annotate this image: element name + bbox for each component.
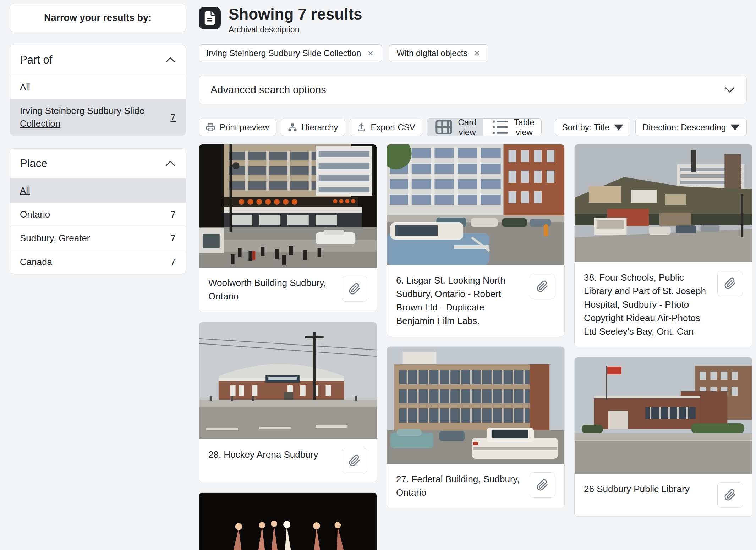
result-thumbnail[interactable]	[387, 144, 564, 265]
direction-dropdown[interactable]: Direction: Descending	[635, 119, 747, 136]
result-card-hockey-arena: 28. Hockey Arena Sudbury	[199, 322, 377, 482]
facet-count: 7	[171, 255, 176, 268]
result-title[interactable]: 38. Four Schools, Public Library and Par…	[584, 271, 711, 338]
photo-four-schools-hillside	[575, 144, 752, 262]
photo-lisgar-street	[387, 144, 564, 265]
print-preview-button[interactable]: Print preview	[199, 119, 276, 136]
card-caption: 27. Federal Building, Sudbury, Ontario	[387, 464, 564, 508]
paperclip-icon	[536, 479, 548, 491]
result-title[interactable]: 26 Sudbury Public Library	[584, 482, 711, 496]
facet-place: Place All Ontario 7 Sudbury, Greater 7 C…	[10, 148, 186, 274]
page-subtitle: Archival description	[229, 25, 362, 34]
grid-column: Woolworth Building Sudbury, Ontario	[199, 144, 377, 550]
export-csv-button[interactable]: Export CSV	[350, 119, 422, 136]
sort-controls: Sort by: Title Direction: Descending	[555, 119, 747, 136]
facet-part-of-header[interactable]: Part of	[10, 45, 186, 75]
sort-by-dropdown[interactable]: Sort by: Title	[555, 119, 630, 136]
result-thumbnail[interactable]	[575, 144, 752, 262]
result-card-lisgar: 6. Lisgar St. Looking North Sudbury, Ont…	[387, 144, 565, 336]
filter-tag-collection: Irving Steinberg Sudbury Slide Collectio…	[199, 44, 382, 62]
card-caption: 6. Lisgar St. Looking North Sudbury, Ont…	[387, 265, 564, 336]
result-card-public-library: 26 Sudbury Public Library	[574, 357, 752, 517]
photo-federal-building	[387, 347, 564, 464]
caret-down-icon	[730, 123, 740, 132]
card-caption: Woolworth Building Sudbury, Ontario	[199, 268, 377, 312]
chevron-up-icon	[165, 57, 176, 63]
hierarchy-button[interactable]: Hierarchy	[281, 119, 345, 136]
facet-count: 7	[171, 232, 176, 244]
attachment-button[interactable]	[342, 448, 367, 473]
grid-icon	[434, 118, 454, 136]
narrow-results-heading: Narrow your results by:	[10, 4, 186, 32]
grid-column: 6. Lisgar St. Looking North Sudbury, Ont…	[387, 144, 565, 508]
x-icon[interactable]	[367, 49, 374, 57]
card-view-button[interactable]: Card view	[427, 119, 483, 136]
x-icon[interactable]	[473, 49, 481, 57]
facet-place-header[interactable]: Place	[10, 149, 186, 178]
file-lines-icon	[199, 7, 221, 29]
result-title[interactable]: 28. Hockey Arena Sudbury	[208, 448, 335, 461]
paperclip-icon	[724, 489, 736, 501]
caret-down-icon	[614, 123, 623, 132]
result-thumbnail[interactable]	[575, 357, 752, 474]
card-caption: 26 Sudbury Public Library	[575, 474, 752, 516]
attachment-button[interactable]	[530, 472, 555, 498]
facet-place-canada[interactable]: Canada 7	[10, 250, 186, 274]
table-view-button[interactable]: Table view	[483, 119, 541, 136]
results-toolbar: Print preview Hierarchy Export CSV Card …	[199, 118, 747, 136]
paperclip-icon	[349, 283, 361, 295]
facet-place-sudbury-greater[interactable]: Sudbury, Greater 7	[10, 226, 186, 250]
filter-tag-label: With digital objects	[396, 48, 467, 58]
view-switcher: Card view Table view	[427, 118, 542, 136]
filter-tag-digital-objects: With digital objects	[389, 44, 488, 62]
card-caption: 28. Hockey Arena Sudbury	[199, 439, 377, 482]
chevron-down-icon	[724, 87, 735, 93]
attachment-button[interactable]	[530, 274, 555, 299]
photo-night-slag-pour	[199, 493, 377, 550]
card-caption: 38. Four Schools, Public Library and Par…	[575, 262, 752, 347]
result-title[interactable]: 6. Lisgar St. Looking North Sudbury, Ont…	[396, 274, 523, 328]
photo-sudbury-public-library	[575, 357, 752, 474]
facet-count: 7	[171, 111, 176, 123]
sitemap-icon	[288, 123, 297, 132]
paperclip-icon	[536, 280, 548, 292]
filter-tag-label: Irving Steinberg Sudbury Slide Collectio…	[206, 48, 361, 58]
advanced-search-label: Advanced search options	[210, 84, 326, 96]
result-thumbnail[interactable]	[199, 322, 377, 439]
result-title[interactable]: Woolworth Building Sudbury, Ontario	[208, 276, 335, 303]
result-card-four-schools: 38. Four Schools, Public Library and Par…	[574, 144, 752, 347]
result-card-federal-building: 27. Federal Building, Sudbury, Ontario	[387, 346, 565, 508]
upload-icon	[357, 123, 366, 132]
photo-woolworth-street-scene	[199, 144, 377, 268]
attachment-button[interactable]	[342, 276, 367, 302]
printer-icon	[206, 123, 215, 132]
facet-place-all[interactable]: All	[10, 178, 186, 202]
facet-count: 7	[171, 208, 176, 221]
result-card-woolworth: Woolworth Building Sudbury, Ontario	[199, 144, 377, 312]
photo-hockey-arena	[199, 322, 377, 439]
paperclip-icon	[349, 455, 361, 467]
facet-place-ontario[interactable]: Ontario 7	[10, 202, 186, 226]
advanced-search-toggle[interactable]: Advanced search options	[199, 76, 747, 104]
facet-part-of-irving-steinberg[interactable]: Irving Steinberg Sudbury Slide Collectio…	[10, 99, 186, 135]
page-header: Showing 7 results Archival description	[199, 5, 747, 34]
result-thumbnail[interactable]	[199, 493, 377, 550]
result-thumbnail[interactable]	[199, 144, 377, 268]
facet-sidebar: Narrow your results by: Part of All Irvi…	[10, 4, 186, 550]
attachment-button[interactable]	[717, 271, 743, 296]
result-card-night-pour	[199, 492, 377, 550]
attachment-button[interactable]	[717, 482, 743, 508]
chevron-up-icon	[165, 160, 176, 167]
facet-part-of-all[interactable]: All	[10, 75, 186, 99]
paperclip-icon	[724, 277, 736, 290]
result-thumbnail[interactable]	[387, 347, 564, 464]
results-grid: Woolworth Building Sudbury, Ontario	[199, 144, 747, 550]
grid-column: 38. Four Schools, Public Library and Par…	[574, 144, 752, 517]
facet-place-title: Place	[20, 157, 48, 170]
result-title[interactable]: 27. Federal Building, Sudbury, Ontario	[396, 472, 523, 499]
page-header-text: Showing 7 results Archival description	[229, 5, 362, 34]
page-title: Showing 7 results	[229, 5, 362, 23]
facet-part-of: Part of All Irving Steinberg Sudbury Sli…	[10, 45, 186, 136]
facet-part-of-title: Part of	[20, 54, 52, 66]
results-main: Showing 7 results Archival description I…	[199, 5, 747, 550]
